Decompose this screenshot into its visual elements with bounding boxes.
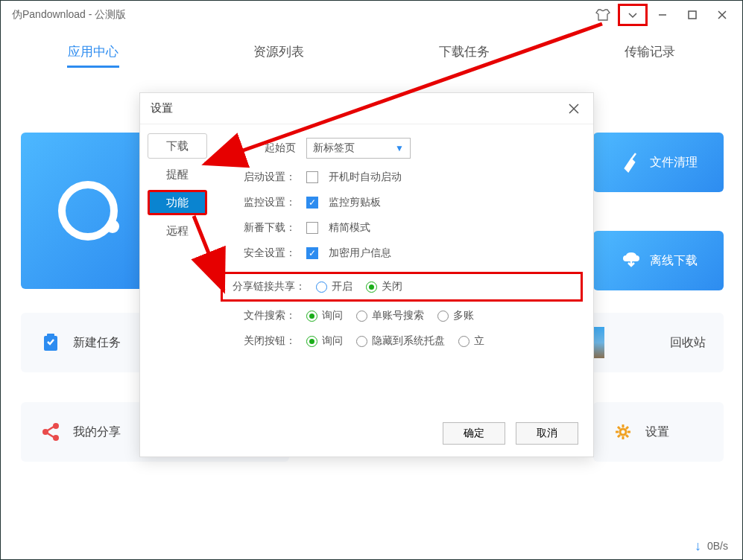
- dropdown-icon[interactable]: [618, 4, 648, 26]
- cancel-button[interactable]: 取消: [516, 422, 578, 445]
- share-on-radio[interactable]: [316, 281, 327, 293]
- dialog-header: 设置: [140, 93, 593, 124]
- settings-dialog: 设置 下载 提醒 功能 远程 起始页 新标签页 ▼ 启动设置： 开机时自动启: [139, 92, 594, 457]
- download-speed-icon: ↓: [695, 538, 701, 554]
- dialog-content: 起始页 新标签页 ▼ 启动设置： 开机时自动启动 监控设置： ✓ 监控剪贴板 新…: [215, 124, 593, 456]
- security-option: 加密用户信息: [329, 246, 391, 260]
- main-tabs: 应用中心 资源列表 下载任务 传输记录: [0, 30, 743, 68]
- close-exit-label: 立: [474, 334, 484, 348]
- search-icon: [58, 181, 118, 241]
- download-speed: 0B/s: [707, 540, 728, 552]
- titlebar: 伪Pandownload - 公测版: [0, 0, 743, 30]
- newfan-option: 精简模式: [329, 221, 370, 235]
- search-card[interactable]: [21, 133, 155, 289]
- offline-download-card[interactable]: 离线下载: [593, 231, 724, 290]
- svg-point-6: [53, 435, 59, 441]
- close-tray-radio[interactable]: [356, 336, 367, 347]
- share-off-radio[interactable]: [366, 281, 377, 293]
- dialog-tab-function[interactable]: 功能: [148, 190, 207, 215]
- start-page-label: 起始页: [225, 141, 296, 155]
- dialog-close-icon[interactable]: [565, 100, 583, 118]
- dialog-title: 设置: [151, 101, 173, 115]
- chevron-down-icon: ▼: [395, 143, 404, 153]
- startup-checkbox[interactable]: [306, 171, 318, 183]
- newfan-label: 新番下载：: [225, 221, 296, 235]
- file-search-ask-radio[interactable]: [306, 311, 317, 322]
- start-page-select[interactable]: 新标签页 ▼: [306, 138, 411, 159]
- dialog-sidebar: 下载 提醒 功能 远程: [140, 124, 215, 456]
- file-search-single-label: 单账号搜索: [372, 309, 424, 322]
- settings-button[interactable]: 设置: [593, 402, 724, 462]
- dialog-tab-remote[interactable]: 远程: [148, 218, 207, 244]
- security-checkbox[interactable]: ✓: [306, 247, 318, 259]
- close-tray-label: 隐藏到系统托盘: [372, 334, 445, 348]
- security-label: 安全设置：: [225, 246, 296, 260]
- file-search-multi-radio[interactable]: [437, 311, 449, 322]
- close-ask-label: 询问: [322, 334, 343, 348]
- close-btn-label: 关闭按钮：: [225, 334, 296, 348]
- file-cleanup-card[interactable]: 文件清理: [593, 133, 724, 192]
- ok-button[interactable]: 确定: [443, 422, 505, 445]
- offline-download-label: 离线下载: [650, 253, 698, 269]
- broom-icon: [620, 151, 642, 174]
- dialog-tab-reminder[interactable]: 提醒: [148, 162, 207, 187]
- close-ask-radio[interactable]: [306, 336, 317, 347]
- share-label: 分享链接共享：: [227, 280, 306, 293]
- skin-icon[interactable]: [588, 4, 618, 26]
- file-search-label: 文件搜索：: [225, 309, 296, 322]
- monitor-option: 监控剪贴板: [329, 196, 381, 209]
- svg-line-8: [48, 433, 54, 437]
- svg-line-7: [48, 427, 54, 430]
- new-task-label: 新建任务: [73, 335, 121, 351]
- file-search-single-radio[interactable]: [356, 311, 367, 322]
- statusbar: ↓ 0B/s: [0, 532, 743, 560]
- close-exit-radio[interactable]: [458, 336, 469, 347]
- tab-download-tasks[interactable]: 下载任务: [372, 36, 557, 68]
- cloud-download-icon: [620, 249, 642, 272]
- svg-rect-1: [689, 11, 696, 19]
- start-page-value: 新标签页: [313, 141, 355, 155]
- window-title: 伪Pandownload - 公测版: [6, 8, 126, 22]
- file-cleanup-label: 文件清理: [650, 155, 698, 171]
- clipboard-icon: [39, 331, 63, 354]
- share-on-label: 开启: [332, 280, 352, 293]
- svg-rect-3: [47, 334, 54, 338]
- tab-transfer-log[interactable]: 传输记录: [557, 36, 743, 68]
- settings-label: 设置: [645, 424, 669, 440]
- share-off-label: 关闭: [382, 280, 402, 293]
- file-search-multi-label: 多账: [453, 309, 474, 322]
- newfan-checkbox[interactable]: [306, 222, 318, 234]
- file-search-ask-label: 询问: [322, 309, 343, 322]
- minimize-icon[interactable]: [648, 4, 677, 26]
- tab-app-center[interactable]: 应用中心: [0, 36, 186, 68]
- recycle-label: 回收站: [670, 335, 706, 351]
- my-share-label: 我的分享: [73, 424, 121, 440]
- gear-icon: [611, 420, 635, 444]
- startup-label: 启动设置：: [225, 171, 296, 184]
- monitor-checkbox[interactable]: ✓: [306, 197, 318, 209]
- close-icon[interactable]: [707, 4, 737, 26]
- startup-option: 开机时自动启动: [329, 171, 402, 184]
- svg-point-9: [620, 429, 626, 435]
- svg-point-5: [53, 423, 59, 429]
- dialog-tab-download[interactable]: 下载: [148, 133, 207, 159]
- tab-resource-list[interactable]: 资源列表: [186, 36, 371, 68]
- share-icon: [39, 420, 63, 444]
- monitor-label: 监控设置：: [225, 196, 296, 209]
- maximize-icon[interactable]: [677, 4, 707, 26]
